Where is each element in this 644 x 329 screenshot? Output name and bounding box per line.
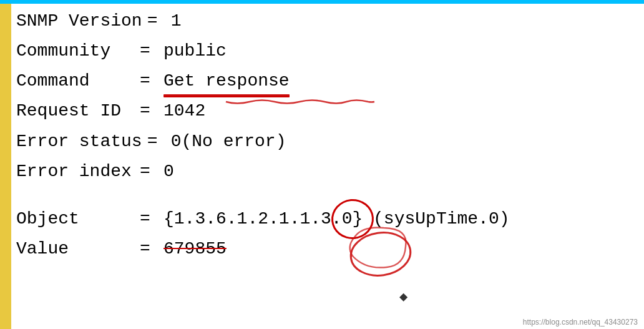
equals-4: =: [140, 96, 159, 126]
snmp-version-row: SNMP Version = 1: [16, 6, 638, 36]
spacer: [16, 187, 638, 204]
community-value: public: [163, 36, 227, 66]
object-value: {1.3.6.1.2.1.1.3.0} (sysUpTime.0): [163, 204, 510, 234]
oid-post: (sysUpTime.0): [363, 209, 509, 228]
value-row: Value = 679855: [16, 234, 638, 264]
object-row: Object = {1.3.6.1.2.1.1.3.0} (sysUpTime.…: [16, 204, 638, 234]
equals-8: =: [140, 234, 159, 264]
error-index-value: 0: [163, 157, 174, 187]
equals-7: =: [140, 204, 159, 234]
error-status-row: Error status = 0(No error): [16, 127, 638, 157]
community-label: Community: [16, 36, 135, 66]
oid-pre: {1.3.6.1.2.1.: [163, 209, 300, 228]
equals-5: =: [147, 127, 166, 157]
equals-6: =: [140, 157, 159, 187]
left-bar: [0, 0, 11, 329]
request-id-value: 1042: [163, 96, 205, 126]
community-row: Community = public: [16, 36, 638, 66]
snmp-version-value: 1: [171, 6, 182, 36]
watermark: https://blog.csdn.net/qq_43430273: [523, 318, 638, 327]
oid-circled: 1.3.0}: [300, 204, 363, 234]
value-label: Value: [16, 234, 135, 264]
request-id-row: Request ID = 1042: [16, 96, 638, 126]
error-index-row: Error index = 0: [16, 157, 638, 187]
top-bar: [0, 0, 644, 4]
marker-icon: ◆: [399, 288, 407, 305]
oid-circled-text: 1.3.0}: [300, 209, 363, 228]
snmp-version-label: SNMP Version: [16, 6, 142, 36]
equals-3: =: [140, 66, 159, 96]
request-id-label: Request ID: [16, 96, 135, 126]
error-index-label: Error index: [16, 157, 135, 187]
command-label: Command: [16, 66, 135, 96]
equals-2: =: [140, 36, 159, 66]
error-status-value: 0(No error): [171, 127, 286, 157]
command-value: Get response: [163, 66, 290, 96]
equals-1: =: [147, 6, 166, 36]
value-value: 679855: [163, 234, 227, 264]
error-status-label: Error status: [16, 127, 142, 157]
object-label: Object: [16, 204, 135, 234]
command-row: Command = Get response: [16, 66, 638, 96]
